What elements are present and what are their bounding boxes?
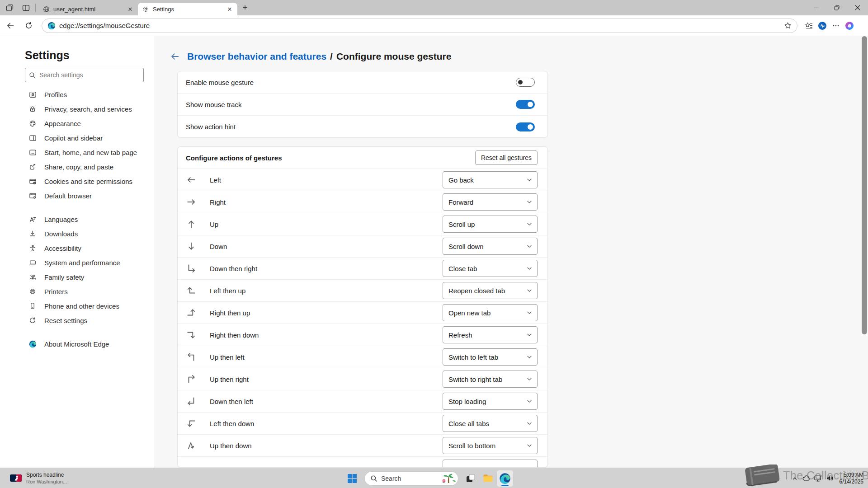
gesture-label: Left then down [210,420,443,427]
sidebar-item-privacy[interactable]: Privacy, search, and services [20,102,150,116]
address-bar[interactable]: edge://settings/mouseGesture [42,19,797,33]
gesture-row-right-then-down: Right then down Refresh [178,324,547,346]
workspaces-icon[interactable] [3,2,16,14]
sidebar-item-label: Languages [44,216,78,223]
chevron-down-icon [526,287,533,294]
gesture-action-select[interactable]: Stop loading [443,393,538,410]
page-scrollbar[interactable] [862,36,867,468]
gesture-label: Right then down [210,331,443,339]
edge-site-icon [47,22,56,30]
gesture-row-partial [178,457,547,468]
copilot-icon[interactable] [843,19,856,33]
default-browser-icon [28,191,37,200]
breadcrumb-link[interactable]: Browser behavior and features [187,51,326,62]
gesture-action-select[interactable]: Refresh [443,326,538,343]
taskbar-clock[interactable]: 5:09 AM 6/14/2025 [840,472,863,485]
gesture-action-value: Switch to left tab [448,353,526,361]
back-icon[interactable] [3,18,18,33]
toggle-knob [518,80,523,84]
sidebar-item-printers[interactable]: Printers [20,284,150,299]
tab-close-icon[interactable]: ✕ [126,5,134,13]
settings-search-input[interactable] [39,71,130,79]
clock-time: 5:09 AM [840,472,863,479]
gesture-action-select[interactable]: Close tab [443,260,538,277]
show-mouse-track-toggle[interactable] [516,100,535,109]
sidebar-item-default-browser[interactable]: Default browser [20,188,150,203]
sidebar-item-cookies[interactable]: Cookies and site permissions [20,174,150,188]
gesture-row-down-then-left: Down then left Stop loading [178,390,547,413]
sidebar-item-copilot-sidebar[interactable]: Copilot and sidebar [20,131,150,145]
show-action-hint-toggle[interactable] [516,122,535,131]
sidebar-item-accessibility[interactable]: Accessibility [20,241,150,255]
gesture-label: Left then up [210,287,443,295]
sidebar-item-profiles[interactable]: Profiles [20,87,150,102]
gesture-action-select[interactable]: Close all tabs [443,415,538,432]
settings-more-icon[interactable] [829,19,843,33]
speaker-icon[interactable] [824,473,836,484]
taskbar-search-box[interactable]: Search [364,471,458,486]
languages-icon [28,215,37,224]
refresh-icon[interactable] [21,18,36,33]
favorite-star-icon[interactable] [781,19,794,33]
widgets-button[interactable]: Sports headline Ron Washington... [6,469,71,487]
tab-settings[interactable]: Settings ✕ [138,3,237,15]
gesture-row-left-then-up: Left then up Reopen closed tab [178,280,547,302]
file-explorer-button[interactable] [479,470,496,487]
start-button[interactable] [344,470,361,487]
mlb-logo [10,474,22,482]
sidebar-item-share-copy[interactable]: Share, copy, and paste [20,160,150,174]
gesture-action-select[interactable]: Reopen closed tab [443,282,538,299]
sidebar-item-reset[interactable]: Reset settings [20,313,150,328]
reset-all-gestures-button[interactable]: Reset all gestures [475,150,538,165]
gesture-action-select[interactable]: Scroll to bottom [443,437,538,454]
new-tab-page-icon [28,148,37,157]
browser-toolbar: edge://settings/mouseGesture [0,15,868,36]
url-text[interactable]: edge://settings/mouseGesture [59,22,781,29]
arrow-right-up-icon [186,307,197,318]
vertical-tabs-icon[interactable] [19,2,33,14]
gesture-label: Up then right [210,375,443,383]
sidebar-item-about[interactable]: About Microsoft Edge [20,337,150,351]
gesture-action-select[interactable]: Scroll up [443,216,538,233]
sidebar-item-phone[interactable]: Phone and other devices [20,299,150,313]
sidebar-item-start-home[interactable]: Start, home, and new tab page [20,145,150,160]
sidebar-item-downloads[interactable]: Downloads [20,226,150,241]
gesture-action-select[interactable]: Forward [443,193,538,211]
gesture-label: Right [210,198,443,206]
gesture-action-select[interactable]: Switch to right tab [443,371,538,388]
sidebar-item-languages[interactable]: Languages [20,212,150,226]
tray-display-icon[interactable]: 8 [812,473,824,484]
taskbar-search-placeholder: Search [381,475,441,482]
gesture-action-select[interactable]: Scroll down [443,238,538,255]
gesture-action-select[interactable]: Go back [443,171,538,188]
enable-mouse-gesture-toggle[interactable] [516,78,535,87]
sidebar-item-system[interactable]: System and performance [20,255,150,270]
restore-button[interactable] [826,0,847,15]
new-tab-button[interactable]: + [239,2,251,14]
arrow-down-right-icon [186,263,197,274]
sidebar-item-family[interactable]: Family safety [20,270,150,284]
sidebar-item-appearance[interactable]: Appearance [20,116,150,131]
tab-close-icon[interactable]: ✕ [226,5,234,13]
onedrive-cloud-icon[interactable] [801,473,812,484]
scrollbar-thumb[interactable] [862,36,867,334]
tab-user-agent[interactable]: user_agent.html ✕ [38,3,138,15]
settings-search-box[interactable] [25,68,144,82]
setting-row-enable: Enable mouse gesture [178,71,547,94]
minimize-button[interactable] [806,0,826,15]
sidebar-item-label: Printers [44,288,68,296]
task-view-button[interactable] [462,470,479,487]
arrow-right-down-icon [186,329,197,340]
gesture-action-select[interactable] [443,460,538,468]
globe-icon [43,6,50,13]
tray-chevron-up-icon[interactable] [789,473,801,484]
gesture-action-select[interactable]: Switch to left tab [443,348,538,366]
browser-essentials-icon[interactable] [816,19,829,33]
search-icon [29,72,36,79]
favorites-icon[interactable] [802,19,816,33]
chevron-down-icon [526,420,533,427]
breadcrumb-back-icon[interactable] [168,50,182,63]
edge-taskbar-button[interactable] [496,470,514,487]
close-button[interactable] [847,0,868,15]
gesture-action-select[interactable]: Open new tab [443,304,538,321]
